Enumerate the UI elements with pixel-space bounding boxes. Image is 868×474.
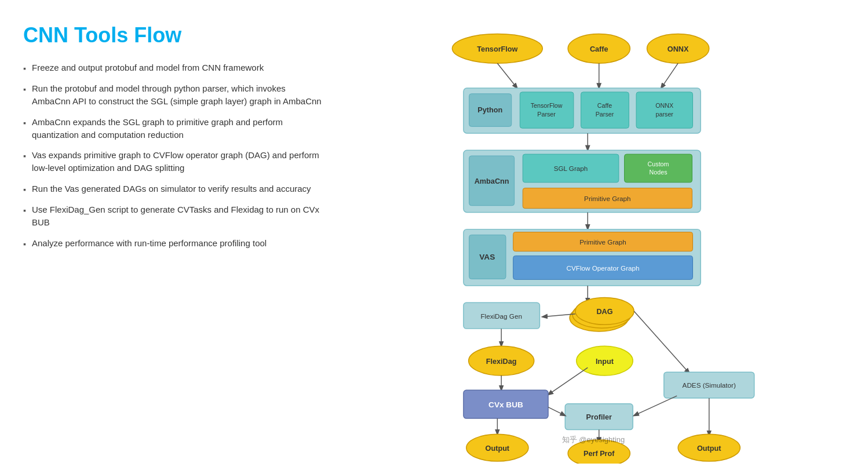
cvflow-graph-label: CVFlow Operator Graph [567, 264, 640, 272]
primitive-graph2-label: Primitive Graph [579, 238, 626, 246]
cvx-bub-label: CVx BUB [488, 400, 523, 409]
bullet-item: Run the protobuf and model through pytho… [23, 82, 324, 108]
flexidag-gen-label: FlexiDag Gen [480, 312, 521, 320]
bullet-item: Vas expands primitive graph to CVFlow op… [23, 149, 324, 174]
page-title: CNN Tools Flow [23, 23, 324, 48]
bullet-list: Freeze and output protobuf and model fro… [23, 61, 324, 250]
svg-line-41 [548, 407, 565, 416]
svg-line-37 [634, 311, 689, 373]
sgl-graph-label: SGL Graph [554, 165, 588, 172]
svg-text:parser: parser [656, 111, 674, 118]
right-panel: TensorFlow Caffe ONNX Python TensorFlow … [342, 17, 845, 457]
ambacnn-label: AmbaCnn [475, 177, 509, 185]
output2-label: Output [697, 444, 721, 453]
input-label: Input [596, 358, 614, 366]
bullet-item: AmbaCnn expands the SGL graph to primiti… [23, 116, 324, 141]
bullet-item: Run the Vas generated DAGs on simulator … [23, 183, 324, 195]
vas-label: VAS [479, 253, 495, 261]
svg-line-5 [661, 63, 678, 88]
bullet-item: Use FlexiDag_Gen script to generate CVTa… [23, 203, 324, 229]
svg-line-36 [548, 367, 588, 395]
left-panel: CNN Tools Flow Freeze and output protobu… [23, 17, 324, 457]
onnx-label: ONNX [668, 45, 689, 53]
caffe-parser-label: Caffe [597, 102, 612, 109]
onnx-parser-label: ONNX [655, 102, 673, 109]
bullet-item: Analyze performance with run-time perfor… [23, 237, 324, 250]
svg-text:Nodes: Nodes [650, 169, 668, 176]
tensorflow-label: TensorFlow [477, 45, 517, 53]
svg-line-3 [497, 63, 517, 88]
diagram: TensorFlow Caffe ONNX Python TensorFlow … [342, 23, 845, 464]
flexidag-label: FlexiDag [486, 358, 517, 366]
watermark: 知乎 @eyesighting [562, 435, 625, 445]
svg-text:Parser: Parser [537, 111, 556, 118]
tf-parser-label: TensorFlow [531, 102, 563, 109]
caffe-label: Caffe [590, 45, 608, 53]
svg-line-42 [634, 396, 677, 415]
svg-text:Parser: Parser [596, 111, 614, 118]
bullet-item: Freeze and output protobuf and model fro… [23, 61, 324, 74]
custom-nodes-label: Custom [648, 161, 669, 167]
output-label: Output [486, 444, 510, 453]
perf-prof-label: Perf Prof [583, 450, 615, 458]
primitive-graph1-label: Primitive Graph [584, 195, 631, 202]
dag-label: DAG [596, 308, 612, 316]
python-label: Python [477, 106, 502, 114]
profiler-label: Profiler [586, 413, 612, 421]
ades-label: ADES (Simulator) [683, 381, 736, 389]
